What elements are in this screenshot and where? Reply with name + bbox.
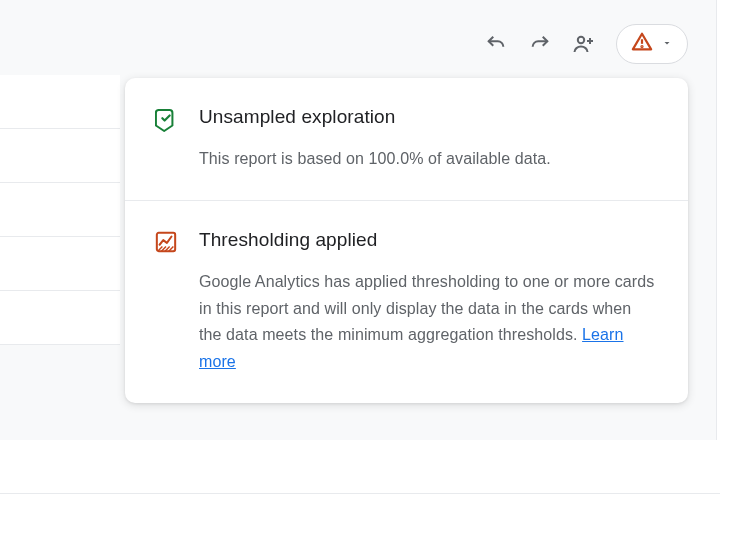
redo-icon[interactable] (528, 32, 552, 56)
svg-point-0 (578, 37, 584, 43)
chart-threshold-icon (155, 231, 177, 253)
share-person-icon[interactable] (572, 32, 596, 56)
bg-rows (0, 75, 120, 345)
svg-point-2 (641, 46, 642, 47)
toolbar (484, 24, 688, 64)
section-title: Thresholding applied (199, 229, 658, 251)
section-body: This report is based on 100.0% of availa… (199, 146, 551, 172)
chevron-down-icon (661, 35, 673, 53)
data-quality-status-button[interactable] (616, 24, 688, 64)
section-body: Google Analytics has applied thresholdin… (199, 269, 658, 375)
popup-section-thresholding: Thresholding applied Google Analytics ha… (125, 200, 688, 403)
warning-triangle-icon (631, 31, 653, 57)
bg-rows-lower (0, 440, 720, 546)
data-quality-popup: Unsampled exploration This report is bas… (125, 78, 688, 403)
section-title: Unsampled exploration (199, 106, 551, 128)
popup-section-unsampled: Unsampled exploration This report is bas… (125, 78, 688, 200)
shield-check-icon (155, 108, 177, 130)
undo-icon[interactable] (484, 32, 508, 56)
